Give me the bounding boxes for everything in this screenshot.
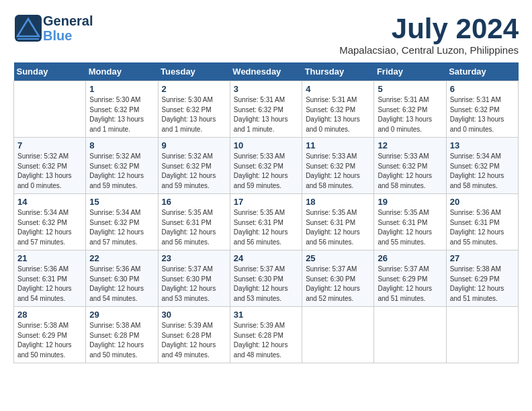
day-info: Sunrise: 5:37 AM Sunset: 6:30 PM Dayligh… — [306, 265, 370, 304]
calendar-week-row: 7Sunrise: 5:32 AM Sunset: 6:32 PM Daylig… — [14, 138, 519, 194]
calendar-cell: 27Sunrise: 5:38 AM Sunset: 6:29 PM Dayli… — [446, 250, 518, 307]
calendar-cell — [302, 307, 374, 363]
calendar-week-row: 1Sunrise: 5:30 AM Sunset: 6:32 PM Daylig… — [14, 81, 519, 138]
calendar-cell: 28Sunrise: 5:38 AM Sunset: 6:29 PM Dayli… — [14, 307, 86, 363]
calendar-cell: 15Sunrise: 5:34 AM Sunset: 6:32 PM Dayli… — [86, 194, 158, 250]
calendar-cell: 19Sunrise: 5:35 AM Sunset: 6:31 PM Dayli… — [374, 194, 446, 250]
day-info: Sunrise: 5:33 AM Sunset: 6:32 PM Dayligh… — [378, 152, 442, 191]
calendar-cell: 8Sunrise: 5:32 AM Sunset: 6:32 PM Daylig… — [86, 138, 158, 194]
weekday-header-monday: Monday — [86, 62, 158, 81]
day-number: 27 — [450, 253, 515, 263]
day-number: 30 — [162, 310, 226, 320]
day-number: 7 — [17, 140, 82, 150]
weekday-header-friday: Friday — [374, 62, 446, 81]
day-info: Sunrise: 5:38 AM Sunset: 6:29 PM Dayligh… — [450, 265, 515, 304]
day-number: 17 — [234, 197, 298, 207]
day-number: 25 — [306, 253, 370, 263]
calendar-cell: 11Sunrise: 5:33 AM Sunset: 6:32 PM Dayli… — [302, 138, 374, 194]
day-info: Sunrise: 5:35 AM Sunset: 6:31 PM Dayligh… — [234, 208, 298, 247]
weekday-header-sunday: Sunday — [14, 62, 86, 81]
calendar-cell: 25Sunrise: 5:37 AM Sunset: 6:30 PM Dayli… — [302, 250, 374, 307]
calendar-cell: 24Sunrise: 5:37 AM Sunset: 6:30 PM Dayli… — [230, 250, 302, 307]
calendar-cell: 9Sunrise: 5:32 AM Sunset: 6:32 PM Daylig… — [158, 138, 230, 194]
day-number: 9 — [162, 140, 226, 150]
calendar-cell: 4Sunrise: 5:31 AM Sunset: 6:32 PM Daylig… — [302, 81, 374, 138]
calendar-cell: 5Sunrise: 5:31 AM Sunset: 6:32 PM Daylig… — [374, 81, 446, 138]
day-number: 11 — [306, 140, 370, 150]
day-number: 13 — [450, 140, 515, 150]
calendar-week-row: 28Sunrise: 5:38 AM Sunset: 6:29 PM Dayli… — [14, 307, 519, 363]
day-number: 3 — [234, 84, 298, 94]
weekday-header-row: SundayMondayTuesdayWednesdayThursdayFrid… — [14, 62, 519, 81]
day-number: 1 — [89, 84, 154, 94]
day-info: Sunrise: 5:33 AM Sunset: 6:32 PM Dayligh… — [306, 152, 370, 191]
day-number: 21 — [17, 253, 82, 263]
calendar-cell: 6Sunrise: 5:31 AM Sunset: 6:32 PM Daylig… — [446, 81, 518, 138]
weekday-header-wednesday: Wednesday — [230, 62, 302, 81]
day-number: 26 — [378, 253, 442, 263]
calendar-cell: 26Sunrise: 5:37 AM Sunset: 6:29 PM Dayli… — [374, 250, 446, 307]
day-number: 12 — [378, 140, 442, 150]
month-year: July 2024 — [339, 13, 519, 44]
day-info: Sunrise: 5:32 AM Sunset: 6:32 PM Dayligh… — [17, 152, 82, 191]
day-number: 15 — [89, 197, 154, 207]
logo-icon — [13, 13, 43, 43]
day-info: Sunrise: 5:35 AM Sunset: 6:31 PM Dayligh… — [306, 208, 370, 247]
calendar-cell: 18Sunrise: 5:35 AM Sunset: 6:31 PM Dayli… — [302, 194, 374, 250]
calendar-cell: 7Sunrise: 5:32 AM Sunset: 6:32 PM Daylig… — [14, 138, 86, 194]
day-number: 23 — [162, 253, 226, 263]
day-info: Sunrise: 5:38 AM Sunset: 6:28 PM Dayligh… — [89, 321, 154, 360]
day-number: 28 — [17, 310, 82, 320]
day-number: 8 — [89, 140, 154, 150]
calendar-cell: 17Sunrise: 5:35 AM Sunset: 6:31 PM Dayli… — [230, 194, 302, 250]
day-info: Sunrise: 5:36 AM Sunset: 6:31 PM Dayligh… — [17, 265, 82, 304]
calendar-cell: 1Sunrise: 5:30 AM Sunset: 6:32 PM Daylig… — [86, 81, 158, 138]
day-info: Sunrise: 5:35 AM Sunset: 6:31 PM Dayligh… — [378, 208, 442, 247]
logo-line2: Blue — [43, 28, 93, 43]
page-header: General Blue July 2024 Mapalacsiao, Cent… — [13, 13, 519, 56]
calendar-cell: 29Sunrise: 5:38 AM Sunset: 6:28 PM Dayli… — [86, 307, 158, 363]
day-info: Sunrise: 5:36 AM Sunset: 6:30 PM Dayligh… — [89, 265, 154, 304]
day-number: 4 — [306, 84, 370, 94]
day-info: Sunrise: 5:32 AM Sunset: 6:32 PM Dayligh… — [162, 152, 226, 191]
day-number: 6 — [450, 84, 515, 94]
weekday-header-thursday: Thursday — [302, 62, 374, 81]
day-info: Sunrise: 5:34 AM Sunset: 6:32 PM Dayligh… — [17, 208, 82, 247]
day-number: 29 — [89, 310, 154, 320]
day-info: Sunrise: 5:39 AM Sunset: 6:28 PM Dayligh… — [162, 321, 226, 360]
day-number: 18 — [306, 197, 370, 207]
calendar-week-row: 14Sunrise: 5:34 AM Sunset: 6:32 PM Dayli… — [14, 194, 519, 250]
calendar-cell: 20Sunrise: 5:36 AM Sunset: 6:31 PM Dayli… — [446, 194, 518, 250]
calendar-cell: 16Sunrise: 5:35 AM Sunset: 6:31 PM Dayli… — [158, 194, 230, 250]
day-info: Sunrise: 5:30 AM Sunset: 6:32 PM Dayligh… — [162, 95, 226, 134]
calendar-cell — [374, 307, 446, 363]
calendar-cell: 13Sunrise: 5:34 AM Sunset: 6:32 PM Dayli… — [446, 138, 518, 194]
day-info: Sunrise: 5:31 AM Sunset: 6:32 PM Dayligh… — [234, 95, 298, 134]
day-info: Sunrise: 5:30 AM Sunset: 6:32 PM Dayligh… — [89, 95, 154, 134]
day-info: Sunrise: 5:34 AM Sunset: 6:32 PM Dayligh… — [450, 152, 515, 191]
day-number: 5 — [378, 84, 442, 94]
day-info: Sunrise: 5:34 AM Sunset: 6:32 PM Dayligh… — [89, 208, 154, 247]
title-block: July 2024 Mapalacsiao, Central Luzon, Ph… — [339, 13, 519, 56]
calendar-cell: 30Sunrise: 5:39 AM Sunset: 6:28 PM Dayli… — [158, 307, 230, 363]
day-info: Sunrise: 5:35 AM Sunset: 6:31 PM Dayligh… — [162, 208, 226, 247]
location: Mapalacsiao, Central Luzon, Philippines — [339, 44, 519, 56]
day-info: Sunrise: 5:31 AM Sunset: 6:32 PM Dayligh… — [450, 95, 515, 134]
day-number: 24 — [234, 253, 298, 263]
day-number: 16 — [162, 197, 226, 207]
calendar-cell: 3Sunrise: 5:31 AM Sunset: 6:32 PM Daylig… — [230, 81, 302, 138]
logo: General Blue — [13, 13, 93, 43]
day-number: 20 — [450, 197, 515, 207]
day-number: 10 — [234, 140, 298, 150]
day-info: Sunrise: 5:36 AM Sunset: 6:31 PM Dayligh… — [450, 208, 515, 247]
day-info: Sunrise: 5:39 AM Sunset: 6:28 PM Dayligh… — [234, 321, 298, 360]
calendar-week-row: 21Sunrise: 5:36 AM Sunset: 6:31 PM Dayli… — [14, 250, 519, 307]
weekday-header-saturday: Saturday — [446, 62, 518, 81]
day-info: Sunrise: 5:31 AM Sunset: 6:32 PM Dayligh… — [378, 95, 442, 134]
day-info: Sunrise: 5:37 AM Sunset: 6:30 PM Dayligh… — [162, 265, 226, 304]
calendar-cell: 22Sunrise: 5:36 AM Sunset: 6:30 PM Dayli… — [86, 250, 158, 307]
day-info: Sunrise: 5:37 AM Sunset: 6:30 PM Dayligh… — [234, 265, 298, 304]
day-info: Sunrise: 5:38 AM Sunset: 6:29 PM Dayligh… — [17, 321, 82, 360]
day-number: 14 — [17, 197, 82, 207]
calendar-cell: 12Sunrise: 5:33 AM Sunset: 6:32 PM Dayli… — [374, 138, 446, 194]
